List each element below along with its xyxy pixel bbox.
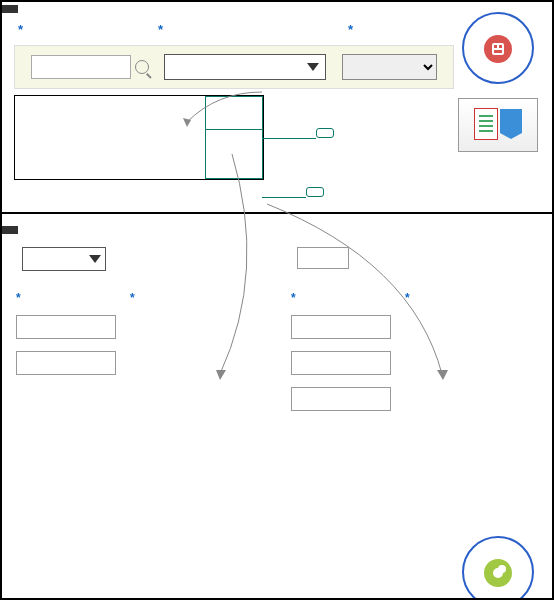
pricing-admin-icon: [484, 35, 512, 63]
uom-row[interactable]: [15, 129, 263, 146]
uom-name: [15, 146, 205, 162]
field-row: [14, 45, 454, 89]
uom-name: [15, 129, 205, 146]
uom-class: [205, 96, 263, 113]
uom-class: [205, 162, 263, 179]
result-row: [10, 309, 269, 345]
uom-row[interactable]: [15, 96, 263, 113]
class-name-input[interactable]: [297, 247, 349, 269]
svg-rect-0: [492, 43, 504, 55]
result-row: [285, 345, 544, 381]
checklist-icon: [474, 108, 498, 140]
result-row: [285, 309, 544, 345]
search-icon[interactable]: [135, 60, 149, 74]
search-results-left: * *: [2, 275, 277, 417]
pricing-admin-badge: [462, 12, 534, 84]
manage-uom-section: * * * *: [2, 214, 552, 417]
connector-line: [262, 138, 316, 139]
results-header: [285, 275, 544, 287]
secondary-class-tag: [306, 187, 324, 197]
primary-class-tag: [316, 128, 334, 138]
uom-row[interactable]: [15, 146, 263, 162]
uom-class: [205, 113, 263, 129]
search-results-right: * *: [277, 275, 552, 417]
class-name-select[interactable]: [22, 247, 106, 271]
results-header: [10, 275, 269, 287]
result-row: [10, 345, 269, 381]
pricing-uom-select[interactable]: [164, 54, 326, 80]
connector-line: [262, 197, 306, 198]
svg-rect-1: [494, 45, 497, 48]
uom-name-input[interactable]: [291, 351, 391, 375]
uom-name-input[interactable]: [291, 315, 391, 339]
item-input[interactable]: [31, 55, 131, 79]
line-type-select[interactable]: [342, 54, 437, 80]
uom-name-input[interactable]: [16, 351, 116, 375]
uom-row[interactable]: [15, 162, 263, 179]
uom-name: [15, 162, 205, 179]
svg-rect-2: [499, 45, 502, 48]
uom-name: [15, 113, 205, 129]
section-title: [2, 226, 18, 234]
setup-icon: [484, 559, 512, 587]
edit-price-list-section: * * *: [2, 2, 552, 194]
result-row: [285, 381, 544, 417]
uom-class: [205, 146, 263, 162]
uom-name: [15, 96, 205, 113]
setup-maintenance-badge: [462, 536, 534, 600]
uom-row[interactable]: [15, 113, 263, 129]
uom-dropdown-table: [14, 95, 264, 180]
uom-name-input[interactable]: [16, 315, 116, 339]
chevron-down-icon: [89, 255, 101, 263]
uom-name-input[interactable]: [291, 387, 391, 411]
price-list-badge: [458, 98, 538, 152]
uom-class: [205, 129, 263, 146]
page-title: [2, 5, 18, 13]
svg-rect-3: [494, 50, 502, 53]
price-tag-icon: [500, 109, 522, 139]
chevron-down-icon: [307, 63, 319, 71]
